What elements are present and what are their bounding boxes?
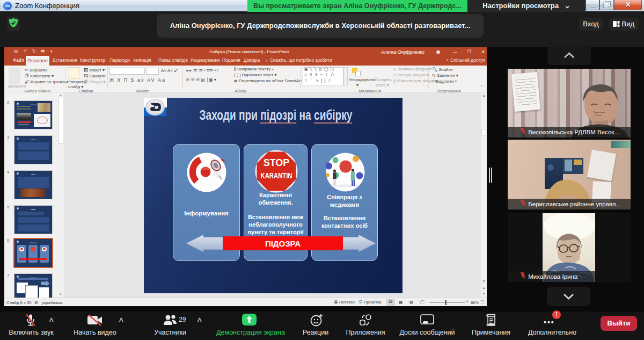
svg-text:KARANTIN: KARANTIN	[260, 171, 292, 180]
svg-text:ПІДОЗРА: ПІДОЗРА	[265, 239, 301, 248]
svg-text:STOP: STOP	[264, 157, 290, 168]
